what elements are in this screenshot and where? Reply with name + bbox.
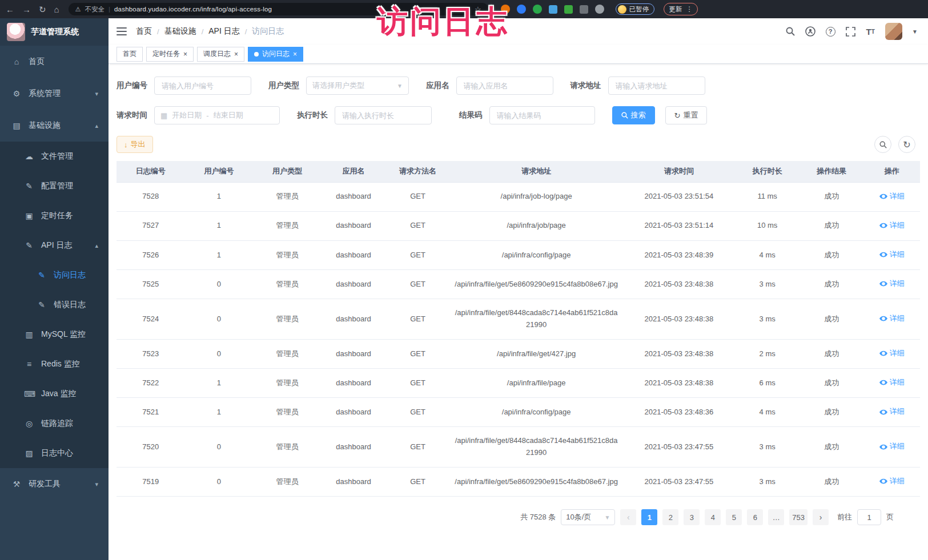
forward-icon[interactable]: → bbox=[22, 5, 31, 14]
sidebar-item-log-center[interactable]: ▨日志中心 bbox=[0, 438, 109, 468]
reload-icon[interactable]: ↻ bbox=[39, 5, 46, 14]
app-logo[interactable]: 芋道管理系统 bbox=[0, 18, 109, 46]
request-time-range-picker[interactable]: ▦ 开始日期 - 结束日期 bbox=[154, 106, 280, 124]
sidebar-item-home[interactable]: ⌂首页 bbox=[0, 46, 109, 78]
duration-input[interactable] bbox=[335, 106, 432, 124]
user-type-select[interactable]: 请选择用户类型 ▼ bbox=[306, 76, 409, 95]
detail-link[interactable]: 详细 bbox=[879, 220, 905, 232]
user-type-label: 用户类型 bbox=[268, 80, 299, 91]
result-code-label: 结果码 bbox=[459, 110, 483, 120]
sidebar-item-java-monitor[interactable]: ⌨Java 监控 bbox=[0, 379, 109, 409]
breadcrumb-item[interactable]: API 日志 bbox=[208, 26, 239, 37]
detail-link[interactable]: 详细 bbox=[879, 313, 905, 325]
home-icon[interactable]: ⌂ bbox=[54, 5, 59, 14]
tab-定时任务[interactable]: 定时任务× bbox=[146, 47, 194, 62]
sidebar-item-error-log[interactable]: ✎错误日志 bbox=[0, 290, 109, 320]
breadcrumb-item[interactable]: 基础设施 bbox=[164, 26, 196, 37]
tab-访问日志[interactable]: 访问日志× bbox=[248, 47, 303, 62]
bookmark-star-icon[interactable]: ☆ bbox=[475, 5, 481, 14]
paused-badge[interactable]: 已暂停 bbox=[616, 3, 655, 15]
reset-button[interactable]: ↻ 重置 bbox=[665, 106, 708, 124]
sidebar-item-dev-tools[interactable]: ⚒研发工具▾ bbox=[0, 468, 109, 500]
sidebar-item-file-management[interactable]: ☁文件管理 bbox=[0, 142, 109, 171]
prev-page-button[interactable]: ‹ bbox=[620, 509, 636, 525]
page-size-select[interactable]: 10条/页 ▼ bbox=[561, 509, 615, 525]
cell-user-type: 管理员 bbox=[253, 369, 322, 398]
cell-app-name: dashboard bbox=[322, 299, 386, 340]
security-label[interactable]: 不安全 bbox=[85, 5, 105, 14]
tab-首页[interactable]: 首页 bbox=[116, 47, 143, 62]
page-url[interactable]: dashboard.yudao.iocoder.cn/infra/log/api… bbox=[114, 6, 272, 13]
address-bar[interactable]: ⚠ 不安全 | dashboard.yudao.iocoder.cn/infra… bbox=[69, 3, 488, 15]
detail-link[interactable]: 详细 bbox=[879, 476, 905, 488]
github-icon[interactable] bbox=[805, 26, 815, 37]
export-button[interactable]: ↓ 导出 bbox=[116, 136, 153, 153]
app-name-input[interactable] bbox=[456, 76, 553, 95]
close-icon[interactable]: × bbox=[234, 51, 238, 58]
extension-orange-icon[interactable] bbox=[501, 5, 510, 14]
page-button-753[interactable]: 753 bbox=[789, 509, 808, 525]
user-id-input[interactable] bbox=[154, 76, 251, 95]
browser-menu-icon[interactable]: ⋮ bbox=[686, 5, 693, 13]
page-button-2[interactable]: 2 bbox=[662, 509, 678, 525]
goto-page-input[interactable] bbox=[857, 509, 881, 525]
close-icon[interactable]: × bbox=[183, 51, 187, 58]
request-url-input[interactable] bbox=[608, 76, 705, 95]
next-page-button[interactable]: › bbox=[813, 509, 829, 525]
browser-update-button[interactable]: 更新 ⋮ bbox=[664, 3, 698, 15]
extension-translate-icon[interactable] bbox=[564, 5, 573, 14]
cell-duration: 10 ms bbox=[735, 211, 800, 240]
page-button-1[interactable]: 1 bbox=[641, 509, 657, 525]
page-button-3[interactable]: 3 bbox=[684, 509, 700, 525]
cell-request-time: 2021-05-03 23:47:55 bbox=[622, 468, 735, 497]
cell-app-name: dashboard bbox=[322, 369, 386, 398]
detail-link[interactable]: 详细 bbox=[879, 348, 905, 360]
avatar-caret-icon[interactable]: ▼ bbox=[912, 29, 918, 35]
task-icon: ▣ bbox=[24, 211, 34, 220]
sidebar-item-mysql-monitor[interactable]: ▥MySQL 监控 bbox=[0, 320, 109, 349]
sidebar-item-scheduled-task[interactable]: ▣定时任务 bbox=[0, 201, 109, 231]
detail-link[interactable]: 详细 bbox=[879, 377, 905, 389]
help-icon[interactable]: ? bbox=[825, 26, 835, 37]
sidebar-item-system-management[interactable]: ⚙系统管理▾ bbox=[0, 78, 109, 110]
detail-link[interactable]: 详细 bbox=[879, 441, 905, 453]
page-button-5[interactable]: 5 bbox=[726, 509, 742, 525]
sidebar-item-access-log[interactable]: ✎访问日志 bbox=[0, 260, 109, 290]
detail-link[interactable]: 详细 bbox=[879, 406, 905, 418]
sidebar-item-redis-monitor[interactable]: ≡Redis 监控 bbox=[0, 349, 109, 379]
extension-gray-icon[interactable] bbox=[580, 5, 588, 14]
extension-green-circle-icon[interactable] bbox=[533, 5, 542, 14]
result-code-input[interactable] bbox=[489, 106, 595, 124]
pages-ellipsis[interactable]: … bbox=[768, 509, 784, 525]
extension-grid-icon[interactable] bbox=[549, 5, 557, 14]
search-button[interactable]: 搜索 bbox=[612, 106, 655, 124]
user-avatar[interactable] bbox=[885, 23, 902, 40]
fullscreen-icon[interactable] bbox=[845, 26, 855, 37]
detail-link[interactable]: 详细 bbox=[879, 278, 905, 290]
extension-pin-icon[interactable] bbox=[595, 5, 604, 14]
back-icon[interactable]: ← bbox=[6, 5, 14, 14]
refresh-table-icon[interactable]: ↻ bbox=[898, 136, 915, 153]
detail-link[interactable]: 详细 bbox=[879, 249, 905, 261]
breadcrumb-item[interactable]: 首页 bbox=[136, 26, 152, 37]
cell-app-name: dashboard bbox=[322, 240, 386, 269]
close-icon[interactable]: × bbox=[293, 51, 297, 58]
cell-actions: 详细 bbox=[863, 398, 920, 427]
cell-app-name: dashboard bbox=[322, 270, 386, 299]
cell-request-url: /api/infra/file/get/427.jpg bbox=[450, 339, 623, 368]
extension-shield-icon[interactable] bbox=[517, 5, 526, 14]
hamburger-icon[interactable] bbox=[116, 27, 127, 35]
sidebar-item-infrastructure[interactable]: ▤基础设施▴ bbox=[0, 110, 109, 142]
cell-log-id: 7521 bbox=[116, 398, 185, 427]
cell-actions: 详细 bbox=[863, 211, 920, 240]
tab-调度日志[interactable]: 调度日志× bbox=[197, 47, 244, 62]
search-icon[interactable] bbox=[785, 26, 796, 37]
page-button-6[interactable]: 6 bbox=[747, 509, 763, 525]
sidebar-item-api-log[interactable]: ✎API 日志▴ bbox=[0, 231, 109, 260]
page-button-4[interactable]: 4 bbox=[705, 509, 721, 525]
font-size-icon[interactable]: TT bbox=[865, 26, 875, 37]
toggle-search-icon[interactable] bbox=[874, 136, 891, 153]
sidebar-item-trace[interactable]: ◎链路追踪 bbox=[0, 409, 109, 438]
sidebar-item-config-management[interactable]: ✎配置管理 bbox=[0, 171, 109, 201]
detail-link[interactable]: 详细 bbox=[879, 191, 905, 203]
